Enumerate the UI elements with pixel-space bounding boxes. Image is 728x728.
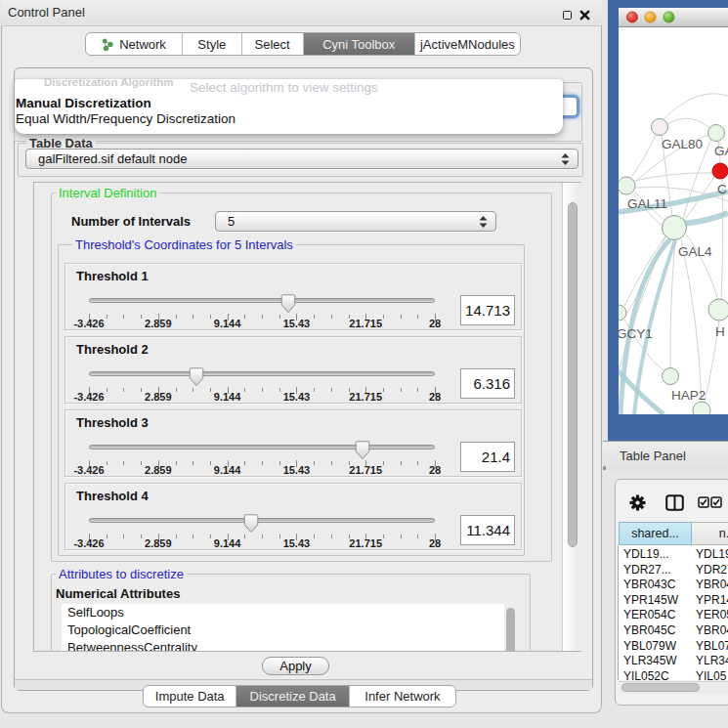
dropdown-item-equal-width-frequency[interactable]: Equal Width/Frequency Discretization <box>16 111 236 127</box>
table-cell-shared-name[interactable]: YER054C <box>623 607 675 622</box>
settings-scrollbar-thumb[interactable] <box>568 202 578 547</box>
thresholds-group-title: Threshold's Coordinates for 5 Intervals <box>72 237 296 252</box>
columns-icon[interactable] <box>665 494 684 511</box>
table-cell-shared-name[interactable]: YPR145W <box>623 592 678 608</box>
minimize-yellow-icon[interactable] <box>645 12 656 22</box>
tab-cyni-toolbox[interactable]: Cyni Toolbox <box>304 33 415 55</box>
network-canvas[interactable]: GAL80GACGAL11GAL4GCY1HHAP2 <box>619 27 728 414</box>
checkbox-checked-icon[interactable] <box>710 496 722 508</box>
table-cell-name[interactable]: YER05 <box>696 607 728 622</box>
network-edge[interactable] <box>634 173 712 181</box>
slider-track[interactable] <box>89 371 435 376</box>
tab-discretize-data[interactable]: Discretize Data <box>236 686 350 707</box>
table-horizontal-scrollbar-thumb[interactable] <box>621 683 700 692</box>
slider-track[interactable] <box>89 518 435 523</box>
slider-thumb[interactable] <box>242 514 260 534</box>
slider-tick <box>193 315 193 319</box>
slider-tick <box>176 535 177 538</box>
slider-tick <box>401 535 402 538</box>
network-node[interactable] <box>619 305 626 321</box>
traffic-lights <box>619 8 728 27</box>
slider-tick-label: 2.859 <box>145 464 172 476</box>
threshold-value-field[interactable]: 14.713 <box>460 295 515 325</box>
checkbox-checked-icon[interactable] <box>698 496 709 508</box>
tab-jactivemnodules-label: jActiveMNodules <box>420 37 515 52</box>
threshold-value-field[interactable]: 11.344 <box>460 515 515 545</box>
table-cell-name[interactable]: YPR14 <box>696 592 728 608</box>
network-node[interactable] <box>619 177 635 194</box>
network-node[interactable] <box>652 119 668 136</box>
threshold-label: Threshold 4 <box>76 489 149 503</box>
table-cell-name[interactable]: YIL05 <box>696 668 726 680</box>
number-of-intervals-combobox[interactable]: 5 <box>215 211 496 232</box>
table-cell-shared-name[interactable]: YDR27... <box>623 562 671 578</box>
column-header-name[interactable]: n... <box>692 522 728 545</box>
threshold-value-field[interactable]: 21.4 <box>460 442 515 472</box>
table-cell-name[interactable]: YDR27 <box>696 562 728 578</box>
network-node[interactable] <box>708 125 725 142</box>
network-edge[interactable] <box>664 94 728 119</box>
network-edge[interactable] <box>721 180 723 299</box>
table-cell-shared-name[interactable]: YBL079W <box>623 638 676 654</box>
table-data-combobox[interactable]: galFiltered.sif default node <box>25 149 578 169</box>
network-edge[interactable] <box>681 239 702 402</box>
float-window-icon[interactable] <box>563 11 572 20</box>
node-table[interactable]: YDL19...YDL19YDR27...YDR27YBR043CYBR04YP… <box>618 545 728 680</box>
network-node-selected[interactable] <box>712 163 728 179</box>
attribute-list-item[interactable]: SelfLoops <box>67 604 124 621</box>
apply-button[interactable]: Apply <box>262 657 329 675</box>
combo-arrows-icon <box>561 153 570 165</box>
close-red-icon[interactable] <box>626 12 637 22</box>
table-cell-name[interactable]: YDL19 <box>696 546 728 562</box>
close-icon[interactable] <box>579 10 590 21</box>
attributes-list-scrollbar-thumb[interactable] <box>506 608 515 652</box>
slider-track[interactable] <box>89 298 435 303</box>
table-cell-shared-name[interactable]: YLR345W <box>623 653 677 668</box>
network-edge[interactable] <box>670 240 675 367</box>
slider-tick <box>141 388 142 392</box>
table-cell-shared-name[interactable]: YDL19... <box>623 546 669 562</box>
tab-style[interactable]: Style <box>183 33 242 55</box>
table-cell-shared-name[interactable]: YBR043C <box>623 577 675 592</box>
tab-impute-data[interactable]: Impute Data <box>144 686 236 707</box>
table-cell-name[interactable]: YLR34 <box>696 653 728 668</box>
network-edge[interactable] <box>667 118 709 128</box>
zoom-green-icon[interactable] <box>664 12 674 22</box>
slider-tick <box>331 461 332 465</box>
network-node[interactable] <box>708 299 728 321</box>
tab-jactivemnodules[interactable]: jActiveMNodules <box>415 33 520 55</box>
slider-tick <box>210 388 211 392</box>
table-cell-name[interactable]: YBL07 <box>696 638 728 654</box>
table-cell-shared-name[interactable]: YIL052C <box>623 668 669 680</box>
splitter-handle[interactable] <box>603 466 606 470</box>
column-header-shared-name[interactable]: shared... <box>619 522 692 545</box>
network-node[interactable] <box>693 402 710 414</box>
table-cell-name[interactable]: YBR04 <box>696 622 728 638</box>
numerical-attributes-list[interactable]: SelfLoopsTopologicalCoefficientBetweenne… <box>62 604 517 652</box>
threshold-value-field[interactable]: 6.316 <box>460 368 515 399</box>
attribute-list-item[interactable]: TopologicalCoefficient <box>67 621 191 639</box>
slider-tick-label: 28 <box>429 537 441 549</box>
network-node[interactable] <box>663 368 679 385</box>
slider-thumb[interactable] <box>354 441 371 460</box>
gear-icon[interactable] <box>629 494 646 511</box>
table-cell-shared-name[interactable]: YBR045C <box>623 622 675 638</box>
network-node[interactable] <box>663 216 687 240</box>
tab-network[interactable]: Network <box>86 33 183 55</box>
slider-tick <box>314 388 315 392</box>
table-cell-name[interactable]: YBR04 <box>696 577 728 592</box>
slider-thumb[interactable] <box>279 294 297 314</box>
tab-select[interactable]: Select <box>242 33 304 55</box>
network-edge[interactable] <box>630 135 656 179</box>
slider-track[interactable] <box>89 445 435 450</box>
network-thick-edge[interactable] <box>683 213 728 224</box>
attribute-list-item[interactable]: BetweennessCentrality <box>67 639 197 652</box>
dropdown-placeholder-item[interactable]: Select algorithm to view settings <box>190 80 378 96</box>
table-panel-title: Table Panel <box>620 442 686 470</box>
dropdown-item-manual-discretization[interactable]: Manual Discretization <box>16 96 151 111</box>
slider-thumb[interactable] <box>188 367 205 387</box>
tab-infer-network[interactable]: Infer Network <box>350 686 455 707</box>
slider-tick <box>262 535 263 538</box>
slider-tick <box>176 388 177 392</box>
table-panel-titlebar: Table Panel <box>603 441 728 470</box>
